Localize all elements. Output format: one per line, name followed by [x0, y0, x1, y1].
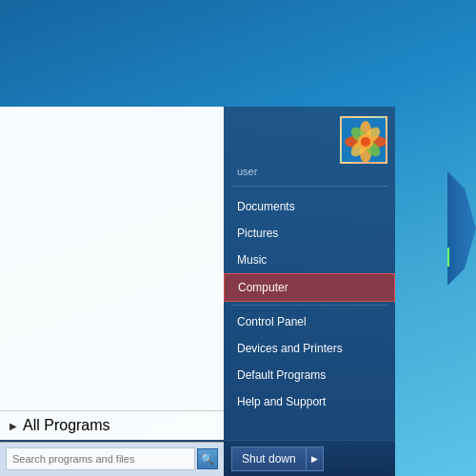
- avatar-container: [224, 110, 395, 164]
- shutdown-label: Shut down: [242, 452, 296, 466]
- all-programs-arrow-icon: ▶: [10, 421, 17, 431]
- search-input[interactable]: [6, 447, 195, 470]
- separator-mid: [231, 305, 387, 306]
- search-icon: 🔍: [201, 453, 214, 466]
- desktop-accent-line: [447, 248, 449, 267]
- search-bar: 🔍: [0, 442, 224, 476]
- menu-item-music[interactable]: Music: [224, 247, 395, 273]
- menu-item-devices-and-printers[interactable]: Devices and Printers: [224, 335, 395, 362]
- shutdown-left-spacer: 🔍: [0, 442, 224, 476]
- menu-item-help-and-support[interactable]: Help and Support: [224, 388, 395, 415]
- menu-item-default-programs[interactable]: Default Programs: [224, 362, 395, 388]
- shutdown-button[interactable]: Shut down: [231, 446, 307, 471]
- left-panel-content: [0, 107, 224, 410]
- shutdown-arrow-button[interactable]: ▶: [307, 446, 324, 471]
- avatar: [340, 116, 387, 164]
- all-programs-item[interactable]: ▶ All Programs: [0, 410, 224, 440]
- shutdown-right: Shut down ▶: [224, 446, 395, 471]
- separator-top: [231, 186, 387, 187]
- right-panel: user Documents Pictures Music Computer: [224, 107, 395, 440]
- shutdown-arrow-icon: ▶: [311, 454, 318, 464]
- svg-point-10: [361, 137, 370, 147]
- menu-item-computer[interactable]: Computer: [224, 273, 395, 302]
- menu-item-documents[interactable]: Documents: [224, 193, 395, 220]
- shutdown-bar: 🔍 Shut down ▶: [0, 440, 395, 476]
- menu-item-control-panel[interactable]: Control Panel: [224, 308, 395, 335]
- user-name-label: user: [224, 164, 395, 183]
- right-menu-items: Documents Pictures Music Computer Contro…: [224, 189, 395, 440]
- start-menu-body: ▶ All Programs: [0, 107, 395, 440]
- start-menu: ▶ All Programs: [0, 107, 395, 476]
- all-programs-label: All Programs: [23, 417, 110, 434]
- menu-item-pictures[interactable]: Pictures: [224, 220, 395, 247]
- left-panel: ▶ All Programs: [0, 107, 224, 440]
- search-button[interactable]: 🔍: [197, 448, 218, 469]
